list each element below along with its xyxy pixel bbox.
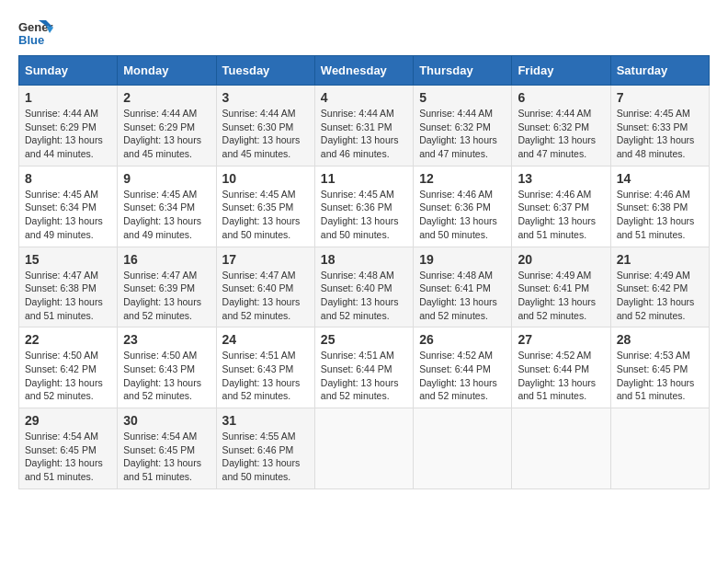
calendar-week-3: 15Sunrise: 4:47 AMSunset: 6:38 PMDayligh… bbox=[19, 247, 710, 327]
day-info: Sunrise: 4:52 AMSunset: 6:44 PMDaylight:… bbox=[518, 350, 596, 401]
day-number: 15 bbox=[25, 252, 111, 267]
day-info: Sunrise: 4:51 AMSunset: 6:44 PMDaylight:… bbox=[321, 350, 399, 401]
day-info: Sunrise: 4:44 AMSunset: 6:32 PMDaylight:… bbox=[518, 108, 596, 159]
weekday-header-tuesday: Tuesday bbox=[216, 56, 314, 86]
day-number: 8 bbox=[25, 171, 111, 186]
day-info: Sunrise: 4:45 AMSunset: 6:36 PMDaylight:… bbox=[321, 189, 399, 240]
day-number: 12 bbox=[419, 171, 506, 186]
day-number: 4 bbox=[321, 90, 407, 105]
day-info: Sunrise: 4:45 AMSunset: 6:35 PMDaylight:… bbox=[222, 189, 301, 240]
weekday-header-wednesday: Wednesday bbox=[314, 56, 413, 86]
calendar-week-1: 1Sunrise: 4:44 AMSunset: 6:29 PMDaylight… bbox=[19, 86, 710, 167]
day-info: Sunrise: 4:45 AMSunset: 6:34 PMDaylight:… bbox=[25, 189, 103, 240]
logo: General Blue bbox=[18, 18, 53, 48]
day-number: 30 bbox=[123, 413, 210, 428]
day-info: Sunrise: 4:45 AMSunset: 6:34 PMDaylight:… bbox=[123, 189, 201, 240]
day-number: 26 bbox=[419, 332, 506, 347]
calendar-day-29: 29Sunrise: 4:54 AMSunset: 6:45 PMDayligh… bbox=[19, 408, 118, 489]
day-info: Sunrise: 4:47 AMSunset: 6:40 PMDaylight:… bbox=[222, 270, 301, 321]
empty-cell bbox=[610, 408, 709, 489]
weekday-header-saturday: Saturday bbox=[610, 56, 709, 86]
calendar-week-2: 8Sunrise: 4:45 AMSunset: 6:34 PMDaylight… bbox=[19, 166, 710, 247]
day-number: 17 bbox=[222, 252, 309, 267]
calendar-day-25: 25Sunrise: 4:51 AMSunset: 6:44 PMDayligh… bbox=[314, 327, 413, 408]
calendar-week-5: 29Sunrise: 4:54 AMSunset: 6:45 PMDayligh… bbox=[19, 408, 710, 489]
day-info: Sunrise: 4:47 AMSunset: 6:39 PMDaylight:… bbox=[123, 270, 201, 321]
calendar-day-12: 12Sunrise: 4:46 AMSunset: 6:36 PMDayligh… bbox=[414, 166, 512, 247]
calendar-day-15: 15Sunrise: 4:47 AMSunset: 6:38 PMDayligh… bbox=[19, 247, 118, 327]
day-number: 5 bbox=[419, 90, 506, 105]
day-number: 13 bbox=[518, 171, 604, 186]
day-number: 31 bbox=[222, 413, 309, 428]
day-info: Sunrise: 4:46 AMSunset: 6:36 PMDaylight:… bbox=[419, 189, 497, 240]
day-info: Sunrise: 4:50 AMSunset: 6:43 PMDaylight:… bbox=[123, 350, 201, 401]
empty-cell bbox=[414, 408, 512, 489]
day-info: Sunrise: 4:44 AMSunset: 6:31 PMDaylight:… bbox=[321, 108, 399, 159]
calendar-day-21: 21Sunrise: 4:49 AMSunset: 6:42 PMDayligh… bbox=[610, 247, 709, 327]
day-info: Sunrise: 4:53 AMSunset: 6:45 PMDaylight:… bbox=[617, 350, 695, 401]
calendar-day-5: 5Sunrise: 4:44 AMSunset: 6:32 PMDaylight… bbox=[414, 86, 512, 167]
calendar-day-1: 1Sunrise: 4:44 AMSunset: 6:29 PMDaylight… bbox=[19, 86, 118, 167]
day-number: 25 bbox=[321, 332, 407, 347]
day-info: Sunrise: 4:49 AMSunset: 6:42 PMDaylight:… bbox=[617, 270, 695, 321]
day-info: Sunrise: 4:54 AMSunset: 6:45 PMDaylight:… bbox=[123, 431, 201, 482]
day-info: Sunrise: 4:55 AMSunset: 6:46 PMDaylight:… bbox=[222, 431, 301, 482]
calendar-day-2: 2Sunrise: 4:44 AMSunset: 6:29 PMDaylight… bbox=[118, 86, 216, 167]
calendar-day-26: 26Sunrise: 4:52 AMSunset: 6:44 PMDayligh… bbox=[414, 327, 512, 408]
calendar-day-20: 20Sunrise: 4:49 AMSunset: 6:41 PMDayligh… bbox=[512, 247, 610, 327]
day-info: Sunrise: 4:54 AMSunset: 6:45 PMDaylight:… bbox=[25, 431, 103, 482]
day-number: 27 bbox=[518, 332, 604, 347]
calendar-day-8: 8Sunrise: 4:45 AMSunset: 6:34 PMDaylight… bbox=[19, 166, 118, 247]
weekday-header-friday: Friday bbox=[512, 56, 610, 86]
day-number: 19 bbox=[419, 252, 506, 267]
calendar-day-22: 22Sunrise: 4:50 AMSunset: 6:42 PMDayligh… bbox=[19, 327, 118, 408]
empty-cell bbox=[314, 408, 413, 489]
day-info: Sunrise: 4:44 AMSunset: 6:29 PMDaylight:… bbox=[123, 108, 201, 159]
day-info: Sunrise: 4:44 AMSunset: 6:30 PMDaylight:… bbox=[222, 108, 301, 159]
day-info: Sunrise: 4:44 AMSunset: 6:29 PMDaylight:… bbox=[25, 108, 103, 159]
calendar-day-31: 31Sunrise: 4:55 AMSunset: 6:46 PMDayligh… bbox=[216, 408, 314, 489]
calendar-day-6: 6Sunrise: 4:44 AMSunset: 6:32 PMDaylight… bbox=[512, 86, 610, 167]
calendar-day-9: 9Sunrise: 4:45 AMSunset: 6:34 PMDaylight… bbox=[118, 166, 216, 247]
weekday-header-thursday: Thursday bbox=[414, 56, 512, 86]
day-info: Sunrise: 4:48 AMSunset: 6:41 PMDaylight:… bbox=[419, 270, 497, 321]
day-number: 18 bbox=[321, 252, 407, 267]
day-info: Sunrise: 4:48 AMSunset: 6:40 PMDaylight:… bbox=[321, 270, 399, 321]
day-info: Sunrise: 4:47 AMSunset: 6:38 PMDaylight:… bbox=[25, 270, 103, 321]
calendar-day-19: 19Sunrise: 4:48 AMSunset: 6:41 PMDayligh… bbox=[414, 247, 512, 327]
logo-icon: General Blue bbox=[18, 18, 53, 48]
calendar-day-11: 11Sunrise: 4:45 AMSunset: 6:36 PMDayligh… bbox=[314, 166, 413, 247]
day-number: 10 bbox=[222, 171, 309, 186]
day-info: Sunrise: 4:44 AMSunset: 6:32 PMDaylight:… bbox=[419, 108, 497, 159]
day-info: Sunrise: 4:51 AMSunset: 6:43 PMDaylight:… bbox=[222, 350, 301, 401]
day-info: Sunrise: 4:46 AMSunset: 6:37 PMDaylight:… bbox=[518, 189, 596, 240]
day-number: 11 bbox=[321, 171, 407, 186]
day-number: 14 bbox=[617, 171, 703, 186]
empty-cell bbox=[512, 408, 610, 489]
calendar-day-4: 4Sunrise: 4:44 AMSunset: 6:31 PMDaylight… bbox=[314, 86, 413, 167]
calendar-day-23: 23Sunrise: 4:50 AMSunset: 6:43 PMDayligh… bbox=[118, 327, 216, 408]
day-number: 6 bbox=[518, 90, 604, 105]
day-info: Sunrise: 4:50 AMSunset: 6:42 PMDaylight:… bbox=[25, 350, 103, 401]
day-info: Sunrise: 4:46 AMSunset: 6:38 PMDaylight:… bbox=[617, 189, 695, 240]
day-number: 22 bbox=[25, 332, 111, 347]
day-info: Sunrise: 4:45 AMSunset: 6:33 PMDaylight:… bbox=[617, 108, 695, 159]
svg-text:Blue: Blue bbox=[18, 33, 44, 47]
calendar-week-4: 22Sunrise: 4:50 AMSunset: 6:42 PMDayligh… bbox=[19, 327, 710, 408]
weekday-header-monday: Monday bbox=[118, 56, 216, 86]
weekday-header-sunday: Sunday bbox=[19, 56, 118, 86]
day-info: Sunrise: 4:52 AMSunset: 6:44 PMDaylight:… bbox=[419, 350, 497, 401]
calendar-day-17: 17Sunrise: 4:47 AMSunset: 6:40 PMDayligh… bbox=[216, 247, 314, 327]
calendar-day-30: 30Sunrise: 4:54 AMSunset: 6:45 PMDayligh… bbox=[118, 408, 216, 489]
day-info: Sunrise: 4:49 AMSunset: 6:41 PMDaylight:… bbox=[518, 270, 596, 321]
day-number: 20 bbox=[518, 252, 604, 267]
calendar-day-16: 16Sunrise: 4:47 AMSunset: 6:39 PMDayligh… bbox=[118, 247, 216, 327]
day-number: 24 bbox=[222, 332, 309, 347]
calendar-day-7: 7Sunrise: 4:45 AMSunset: 6:33 PMDaylight… bbox=[610, 86, 709, 167]
weekday-header-row: SundayMondayTuesdayWednesdayThursdayFrid… bbox=[19, 56, 710, 86]
day-number: 23 bbox=[123, 332, 210, 347]
calendar-day-13: 13Sunrise: 4:46 AMSunset: 6:37 PMDayligh… bbox=[512, 166, 610, 247]
day-number: 3 bbox=[222, 90, 309, 105]
day-number: 1 bbox=[25, 90, 111, 105]
day-number: 16 bbox=[123, 252, 210, 267]
